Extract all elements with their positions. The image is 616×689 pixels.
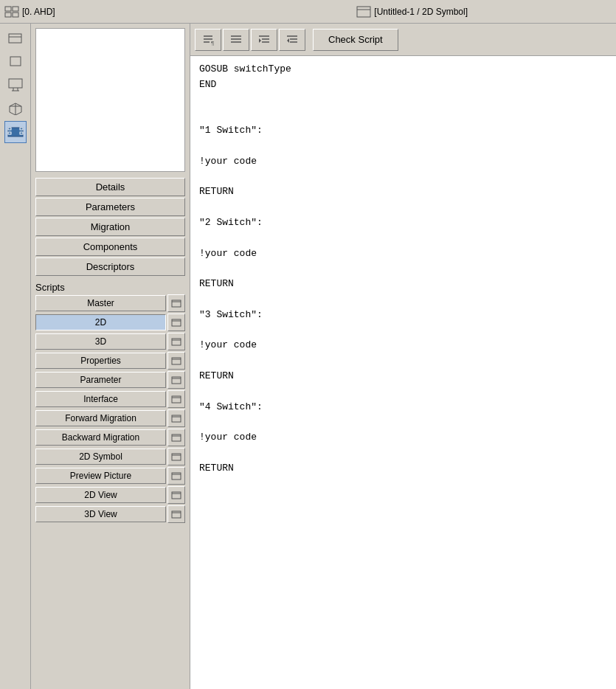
script-icon-3d[interactable] <box>167 333 185 350</box>
nav-btn-details[interactable]: Details <box>35 178 185 196</box>
script-icon-forward-migration[interactable] <box>167 409 185 427</box>
script-icon-2d-symbol[interactable] <box>167 448 185 465</box>
svg-rect-43 <box>172 511 181 518</box>
indent-icon <box>257 32 271 47</box>
svg-rect-41 <box>172 492 181 499</box>
left-title: [0. AHD] <box>22 7 55 17</box>
window-title-icon <box>356 6 371 18</box>
script-item-preview-picture: Preview Picture <box>35 467 185 485</box>
nav-buttons: Details Parameters Migration Components … <box>31 176 190 277</box>
nav-btn-components[interactable]: Components <box>35 238 185 256</box>
script-icon-3d-view[interactable] <box>167 505 185 523</box>
sidebar-icon-monitor[interactable] <box>4 74 27 96</box>
script-icon-2d-view[interactable] <box>167 486 185 504</box>
right-title: [Untitled-1 / 2D Symbol] <box>374 7 468 17</box>
script-btn-parameter[interactable]: Parameter <box>35 372 166 388</box>
icon-sidebar <box>0 24 31 689</box>
toolbar-btn-outdent[interactable] <box>279 29 305 51</box>
svg-rect-37 <box>172 454 181 460</box>
sidebar-icon-square[interactable] <box>4 50 27 72</box>
title-bar-right: [Untitled-1 / 2D Symbol] <box>212 6 612 18</box>
scripts-label: Scripts <box>31 277 190 294</box>
scripts-section: Scripts Master 2D <box>31 277 190 689</box>
script-btn-3d-view[interactable]: 3D View <box>35 506 166 522</box>
script-icon-interface[interactable] <box>167 390 185 408</box>
svg-rect-8 <box>10 57 21 66</box>
svg-marker-55 <box>259 38 261 43</box>
script-btn-master[interactable]: Master <box>35 295 166 311</box>
script-btn-2d-view[interactable]: 2D View <box>35 487 166 503</box>
svg-rect-6 <box>9 34 21 43</box>
script-item-parameter: Parameter <box>35 371 185 389</box>
nav-btn-migration[interactable]: Migration <box>35 218 185 236</box>
script-item-forward-migration: Forward Migration <box>35 409 185 427</box>
script-icon-properties[interactable] <box>167 352 185 370</box>
script-item-2d-view: 2D View <box>35 486 185 504</box>
script-btn-properties[interactable]: Properties <box>35 353 166 369</box>
panel-area: Details Parameters Migration Components … <box>31 24 190 689</box>
toolbar-btn-paragraph[interactable]: ¶ <box>195 29 221 51</box>
svg-rect-4 <box>357 7 370 17</box>
script-btn-2d-symbol[interactable]: 2D Symbol <box>35 449 166 465</box>
sidebar-icon-film[interactable] <box>4 121 27 143</box>
script-icon-2d[interactable] <box>167 314 185 331</box>
script-item-3d: 3D <box>35 333 185 350</box>
code-editor[interactable]: GOSUB switchType END "1 Switch": !your c… <box>190 56 616 689</box>
svg-rect-25 <box>172 339 181 345</box>
script-icon-parameter[interactable] <box>167 371 185 389</box>
editor-toolbar: ¶ <box>190 24 616 56</box>
title-bar: [0. AHD] [Untitled-1 / 2D Symbol] <box>0 0 616 24</box>
script-btn-3d[interactable]: 3D <box>35 333 166 350</box>
grid-icon <box>4 6 19 18</box>
script-item-3d-view: 3D View <box>35 505 185 523</box>
script-icon-backward-migration[interactable] <box>167 429 185 446</box>
script-item-2d: 2D <box>35 314 185 331</box>
preview-canvas <box>35 28 185 172</box>
svg-rect-21 <box>172 300 181 307</box>
script-btn-interface[interactable]: Interface <box>35 391 166 407</box>
main-layout: Details Parameters Migration Components … <box>0 24 616 689</box>
sidebar-icon-window[interactable] <box>4 27 27 49</box>
svg-rect-3 <box>13 13 18 17</box>
svg-rect-27 <box>172 358 181 364</box>
left-content: Details Parameters Migration Components … <box>0 24 190 689</box>
svg-rect-31 <box>172 396 181 403</box>
script-btn-backward-migration[interactable]: Backward Migration <box>35 429 166 446</box>
sidebar-icon-cube[interactable] <box>4 97 27 120</box>
script-btn-forward-migration[interactable]: Forward Migration <box>35 410 166 426</box>
script-item-2d-symbol: 2D Symbol <box>35 448 185 465</box>
script-item-interface: Interface <box>35 390 185 408</box>
svg-text:¶: ¶ <box>211 40 214 46</box>
svg-rect-2 <box>5 13 11 17</box>
svg-rect-33 <box>172 415 181 422</box>
nav-btn-descriptors[interactable]: Descriptors <box>35 257 185 276</box>
svg-rect-29 <box>172 377 181 384</box>
align-icon <box>229 32 243 47</box>
svg-rect-9 <box>9 79 22 88</box>
svg-rect-39 <box>172 473 181 479</box>
script-item-properties: Properties <box>35 352 185 370</box>
script-icon-master[interactable] <box>167 294 185 312</box>
paragraph-icon: ¶ <box>201 32 215 47</box>
check-script-button[interactable]: Check Script <box>313 29 398 51</box>
svg-rect-1 <box>13 7 18 11</box>
svg-rect-35 <box>172 434 181 441</box>
right-panel: ¶ <box>190 24 616 689</box>
toolbar-btn-align[interactable] <box>223 29 249 51</box>
script-btn-2d[interactable]: 2D <box>35 314 166 330</box>
scripts-list: Master 2D 3D <box>31 294 190 689</box>
svg-rect-23 <box>172 319 181 326</box>
toolbar-btn-indent[interactable] <box>251 29 277 51</box>
script-item-master: Master <box>35 294 185 312</box>
svg-marker-59 <box>287 38 289 43</box>
nav-btn-parameters[interactable]: Parameters <box>35 198 185 216</box>
left-panel: Details Parameters Migration Components … <box>0 24 190 689</box>
script-icon-preview-picture[interactable] <box>167 467 185 485</box>
script-btn-preview-picture[interactable]: Preview Picture <box>35 468 166 484</box>
script-item-backward-migration: Backward Migration <box>35 429 185 446</box>
outdent-icon <box>285 32 300 47</box>
svg-rect-0 <box>5 7 11 11</box>
title-bar-left: [0. AHD] <box>4 6 204 18</box>
